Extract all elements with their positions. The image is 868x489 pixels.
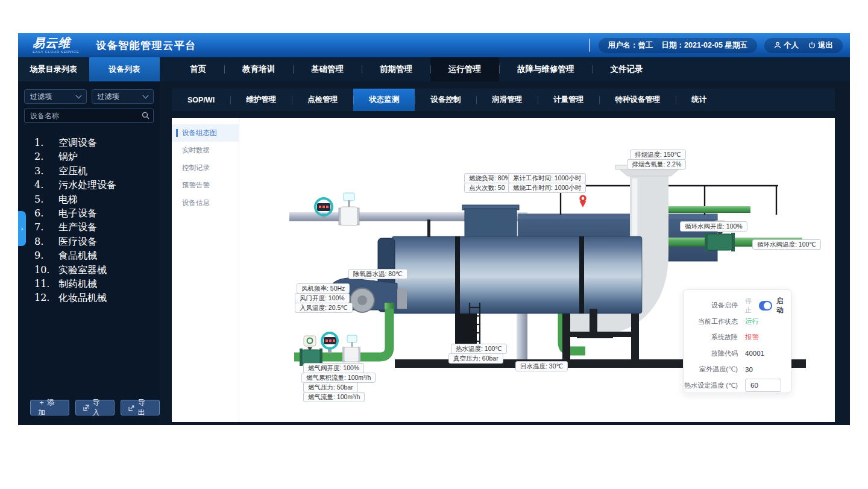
label-circ-valve-opening: 循环水阀开度: 100% <box>680 221 747 232</box>
sidebar: 过滤项 过滤项 1.空调设备 2.锅炉 3.空压机 4.污水处理设备 5.电梯 … <box>18 81 160 425</box>
subnav-lubrication[interactable]: 润滑管理 <box>476 89 538 111</box>
device-control-card: 设备启停 停止 启动 当前工作状态 运行 系统故障 报警 故障代码 <box>683 289 791 393</box>
nav-file-records[interactable]: 文件记录 <box>593 57 661 81</box>
subnav-special-equipment[interactable]: 特种设备管理 <box>599 89 676 111</box>
subnav-device-control[interactable]: 设备控制 <box>415 89 476 111</box>
list-item[interactable]: 1.空调设备 <box>18 136 160 150</box>
chevron-down-icon <box>143 93 149 99</box>
nav-basic-mgmt[interactable]: 基础管理 <box>293 57 362 81</box>
list-item[interactable]: 9.食品机械 <box>18 248 160 262</box>
content-area: SOP/WI 维护管理 点检管理 状态监测 设备控制 润滑管理 计量管理 特种设… <box>160 81 850 425</box>
list-item[interactable]: 4.污水处理设备 <box>18 178 160 192</box>
boiler-body <box>378 219 642 358</box>
set-temp-input[interactable] <box>745 379 781 392</box>
green-return-elbow <box>562 299 585 351</box>
label-vacuum-pressure: 真空压力: 60bar <box>448 353 503 364</box>
header-actions: 个人 退出 <box>764 38 843 53</box>
label-ignition-count: 点火次数: 50 <box>464 183 510 193</box>
status-label: 当前工作状态 <box>684 317 738 326</box>
nav-operation-mgmt[interactable]: 运行管理 <box>430 57 499 81</box>
outdoor-temp-label: 室外温度(℃) <box>684 365 738 374</box>
nav-fault-maintenance[interactable]: 故障与维修管理 <box>499 57 593 81</box>
subnav-metering[interactable]: 计量管理 <box>538 89 599 111</box>
list-item[interactable]: 10.实验室器械 <box>18 263 160 277</box>
gas-shutoff-valve <box>342 335 360 362</box>
personal-label: 个人 <box>784 40 799 51</box>
label-hot-water-temp: 热水温度: 100℃ <box>451 344 507 354</box>
tab-scene-list[interactable]: 场景目录列表 <box>18 57 89 81</box>
label-flue-temp: 排烟温度: 150℃ <box>630 150 686 160</box>
tab-device-list[interactable]: 设备列表 <box>89 57 160 81</box>
subnav-inspection[interactable]: 点检管理 <box>292 89 353 111</box>
power-toggle[interactable] <box>759 301 773 311</box>
nav-home[interactable]: 首页 <box>172 57 224 81</box>
gas-valve <box>300 336 322 366</box>
gas-sensor <box>322 333 338 353</box>
subnav-statistics[interactable]: 统计 <box>676 89 722 111</box>
brand-logo-subtext: EASY CLOUD SERVICE <box>33 50 79 54</box>
status-badge: 运行 <box>745 317 759 326</box>
list-item[interactable]: 8.医疗设备 <box>18 235 160 248</box>
person-icon <box>774 42 781 49</box>
menu-realtime-data[interactable]: 实时数据 <box>172 142 239 159</box>
sidebar-buttons: ＋ 添加 导入 导出 <box>30 400 160 415</box>
subnav-sop-wi[interactable]: SOP/WI <box>172 89 230 111</box>
subnav-status-monitoring[interactable]: 状态监测 <box>353 89 415 111</box>
menu-alerts[interactable]: 预警告警 <box>172 177 239 194</box>
subnav-maintenance[interactable]: 维护管理 <box>230 89 292 111</box>
label-inlet-air-temp: 入风温度: 20.5℃ <box>295 303 353 313</box>
search-input[interactable] <box>24 109 154 123</box>
toggle-knob <box>764 302 771 309</box>
add-button[interactable]: ＋ 添加 <box>30 400 69 415</box>
export-button[interactable]: 导出 <box>121 400 160 415</box>
label-burn-work-time: 燃烧工作时间: 1000小时 <box>508 183 586 193</box>
label-damper-opening: 风门开度: 100% <box>295 293 350 303</box>
list-item[interactable]: 3.空压机 <box>18 164 160 178</box>
personal-button[interactable]: 个人 <box>774 40 799 51</box>
nav-training[interactable]: 教育培训 <box>224 57 293 81</box>
list-item[interactable]: 7.生产设备 <box>18 220 160 234</box>
label-deaerator-temp: 除氧器水温: 80℃ <box>348 269 407 279</box>
fault-badge: 报警 <box>745 333 759 342</box>
menu-control-records[interactable]: 控制记录 <box>172 159 239 177</box>
filter-select-1[interactable]: 过滤项 <box>24 89 87 104</box>
list-item[interactable]: 5.电梯 <box>18 192 160 206</box>
menu-device-info[interactable]: 设备信息 <box>172 194 239 212</box>
nav-preliminary-mgmt[interactable]: 前期管理 <box>362 57 430 81</box>
fault-code-label: 故障代码 <box>684 349 738 358</box>
menu-device-diagram[interactable]: 设备组态图 <box>172 124 239 142</box>
outdoor-temp-value: 30 <box>745 366 753 373</box>
filter-select-2-value: 过滤项 <box>98 92 119 102</box>
label-total-work-time: 累计工作时间: 1000小时 <box>508 173 586 183</box>
label-gas-pressure: 燃气压力: 50bar <box>303 382 358 393</box>
power-label: 设备启停 <box>684 301 738 310</box>
chevron-down-icon <box>75 93 81 99</box>
list-item[interactable]: 11.制药机械 <box>18 277 160 291</box>
import-button[interactable]: 导入 <box>75 400 115 415</box>
list-item[interactable]: 12.化妆品机械 <box>18 291 160 304</box>
search-wrap <box>24 109 154 123</box>
header: 易云维 EASY CLOUD SERVICE 设备智能管理云平台 用户名：曾工 … <box>18 33 850 57</box>
brand-logo-text: 易云维 <box>33 37 79 49</box>
location-pin-icon <box>579 195 587 208</box>
sidebar-tabs: 场景目录列表 设备列表 <box>18 57 160 81</box>
inner-menu: 设备组态图 实时数据 控制记录 预警告警 设备信息 <box>172 118 239 422</box>
logout-label: 退出 <box>818 40 833 51</box>
logout-button[interactable]: 退出 <box>808 40 833 51</box>
date-text: 日期：2021-02-05 星期五 <box>662 40 747 51</box>
list-item[interactable]: 6.电子设备 <box>18 206 160 220</box>
header-divider <box>589 39 590 52</box>
scada-panel: 设备组态图 实时数据 控制记录 预警告警 设备信息 <box>172 118 835 422</box>
device-list: 1.空调设备 2.锅炉 3.空压机 4.污水处理设备 5.电梯 6.电子设备 7… <box>18 136 160 305</box>
list-item[interactable]: 2.锅炉 <box>18 150 160 163</box>
page-title: 设备智能管理云平台 <box>96 39 197 52</box>
filter-select-1-value: 过滤项 <box>30 92 52 102</box>
sidebar-collapse-handle[interactable]: › <box>18 211 26 246</box>
label-fan-freq: 风机频率: 50Hz <box>297 283 350 294</box>
filter-select-2[interactable]: 过滤项 <box>92 89 154 104</box>
import-icon <box>83 405 90 411</box>
label-gas-total-flow: 燃气累积流量: 100m³/h <box>301 373 376 383</box>
filter-row: 过滤项 过滤项 <box>24 89 154 104</box>
chevron-right-icon: › <box>21 225 24 232</box>
search-icon <box>142 112 149 119</box>
